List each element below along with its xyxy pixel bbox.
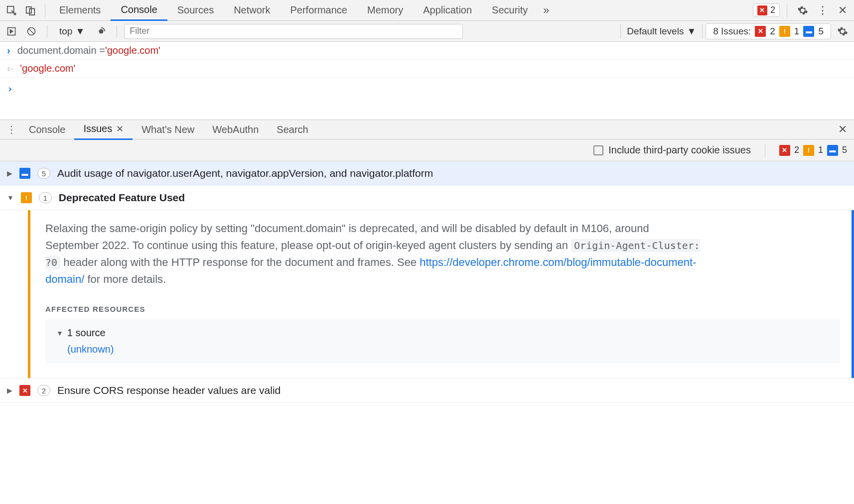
tab-console[interactable]: Console: [111, 0, 167, 21]
warning-count: 1: [818, 145, 823, 155]
expand-arrow-icon[interactable]: ▶: [7, 169, 12, 177]
svg-rect-2: [29, 8, 34, 15]
checkbox-icon[interactable]: [593, 145, 603, 155]
chevron-down-icon: ▼: [687, 26, 696, 37]
issues-label: 8 Issues:: [713, 26, 751, 37]
issue-row[interactable]: ▶ ▬ 5 Audit usage of navigator.userAgent…: [0, 161, 854, 186]
error-icon: ✕: [779, 145, 790, 156]
error-count: 2: [794, 145, 799, 155]
tab-network[interactable]: Network: [224, 0, 280, 20]
devtools-toolbar: Elements Console Sources Network Perform…: [0, 0, 854, 21]
console-prompt[interactable]: ›: [0, 78, 854, 100]
console-code-string: 'google.com': [105, 45, 160, 56]
console-output-line: ‹· 'google.com': [0, 60, 854, 78]
error-icon: ✕: [19, 385, 30, 396]
drawer-tab-whatsnew[interactable]: What's New: [133, 120, 203, 139]
console-input-line: › document.domain = 'google.com': [0, 42, 854, 60]
issue-text: Relaxing the same-origin policy by setti…: [45, 222, 649, 252]
more-tabs-icon[interactable]: »: [538, 2, 555, 19]
source-link[interactable]: (unknown): [67, 344, 829, 355]
log-levels-label: Default levels: [627, 26, 684, 37]
info-icon: ▬: [827, 145, 838, 156]
tab-performance[interactable]: Performance: [281, 0, 358, 20]
filter-input[interactable]: [124, 24, 463, 39]
issues-warn-count: 1: [794, 26, 800, 37]
drawer-tab-issues[interactable]: Issues ✕: [74, 119, 133, 140]
execute-icon[interactable]: [3, 23, 20, 40]
divider: [47, 25, 47, 38]
info-count: 5: [842, 145, 847, 155]
svg-rect-1: [26, 6, 31, 13]
context-dropdown[interactable]: top ▼: [54, 24, 90, 39]
drawer-tab-webauthn[interactable]: WebAuthn: [203, 120, 268, 139]
issues-summary[interactable]: 8 Issues: ✕2 !1 ▬5: [706, 23, 831, 39]
tab-security[interactable]: Security: [482, 0, 538, 20]
issue-count-badge: 5: [37, 168, 50, 179]
issue-row[interactable]: ▼ ! 1 Deprecated Feature Used: [0, 186, 854, 210]
divider: [45, 4, 45, 17]
drawer-tab-issues-label: Issues: [83, 123, 112, 134]
third-party-cookie-checkbox[interactable]: Include third-party cookie issues: [593, 144, 751, 156]
issue-text: for more details.: [87, 273, 166, 285]
console-filter-bar: top ▼ Default levels ▼ 8 Issues: ✕2 !1 ▬…: [0, 21, 854, 42]
drawer-tab-console[interactable]: Console: [20, 120, 74, 139]
log-levels-dropdown[interactable]: Default levels ▼: [620, 24, 703, 39]
source-count: 1 source: [67, 327, 106, 339]
tab-elements[interactable]: Elements: [49, 0, 111, 20]
context-dropdown-label: top: [59, 26, 72, 37]
warning-icon: !: [779, 26, 790, 37]
inspect-icon[interactable]: [3, 2, 20, 19]
issue-description: Relaxing the same-origin policy by setti…: [45, 220, 703, 288]
divider: [117, 25, 117, 38]
console-output-value: 'google.com': [20, 63, 75, 74]
console-settings-icon[interactable]: [834, 23, 851, 40]
checkbox-label: Include third-party cookie issues: [608, 144, 751, 156]
close-drawer-icon[interactable]: ✕: [834, 121, 851, 138]
affected-resources-heading: AFFECTED RESOURCES: [45, 305, 840, 313]
issue-row[interactable]: ▶ ✕ 2 Ensure CORS response header values…: [0, 378, 854, 403]
output-prompt-icon: ‹·: [7, 63, 13, 74]
info-icon: ▬: [803, 26, 814, 37]
issue-count-badge: 1: [39, 192, 52, 203]
drawer-tab-search[interactable]: Search: [268, 120, 317, 139]
close-devtools-icon[interactable]: ✕: [834, 2, 851, 19]
kebab-menu-icon[interactable]: ⋮: [814, 2, 831, 19]
settings-icon[interactable]: [794, 2, 811, 19]
issues-counts: ✕2 !1 ▬5: [779, 145, 847, 156]
clear-console-icon[interactable]: [23, 23, 40, 40]
issues-toolbar: Include third-party cookie issues ✕2 !1 …: [0, 139, 854, 161]
expand-arrow-icon[interactable]: ▼: [56, 329, 63, 337]
expand-arrow-icon[interactable]: ▼: [7, 194, 14, 202]
drawer-menu-icon[interactable]: ⋮: [3, 121, 20, 138]
error-icon: ✕: [757, 5, 767, 15]
chevron-down-icon: ▼: [75, 26, 85, 37]
error-count-badge[interactable]: ✕ 2: [753, 3, 780, 17]
issue-count-badge: 2: [37, 385, 50, 396]
expand-arrow-icon[interactable]: ▶: [7, 386, 12, 394]
warning-icon: !: [21, 192, 32, 203]
device-toggle-icon[interactable]: [22, 2, 39, 19]
warning-icon: !: [803, 145, 814, 156]
issue-text: header along with the HTTP response for …: [63, 256, 420, 268]
affected-resources-box: ▼ 1 source (unknown): [45, 319, 840, 363]
svg-point-5: [99, 29, 104, 33]
error-icon: ✕: [755, 26, 766, 37]
info-icon: ▬: [19, 168, 30, 179]
divider: [787, 4, 787, 17]
issues-info-count: 5: [818, 26, 824, 37]
tab-application[interactable]: Application: [413, 0, 482, 20]
issues-err-count: 2: [770, 26, 775, 37]
close-icon[interactable]: ✕: [116, 124, 124, 134]
tab-memory[interactable]: Memory: [357, 0, 413, 20]
tab-sources[interactable]: Sources: [167, 0, 224, 20]
input-prompt-icon: ›: [7, 45, 10, 56]
main-tabs: Elements Console Sources Network Perform…: [49, 0, 753, 21]
issue-detail-panel: Relaxing the same-origin policy by setti…: [28, 210, 854, 378]
error-count: 2: [770, 5, 775, 15]
issue-title: Audit usage of navigator.userAgent, navi…: [57, 167, 433, 179]
console-output: › document.domain = 'google.com' ‹· 'goo…: [0, 42, 854, 100]
resource-source-row[interactable]: ▼ 1 source: [56, 327, 829, 339]
console-code: document.domain =: [17, 45, 105, 56]
live-expression-icon[interactable]: [93, 23, 110, 40]
drawer-tabs: ⋮ Console Issues ✕ What's New WebAuthn S…: [0, 120, 854, 139]
